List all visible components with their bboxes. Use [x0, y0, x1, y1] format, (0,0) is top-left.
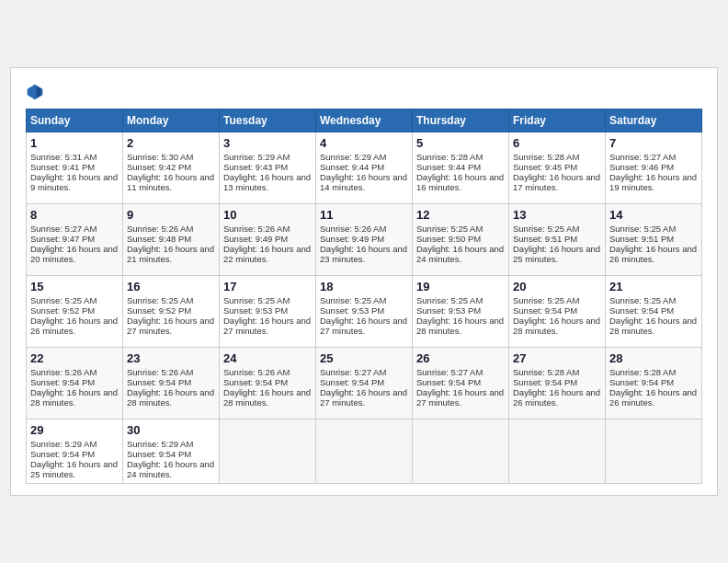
daylight-label: Daylight: 16 hours and 26 minutes.	[609, 387, 697, 408]
daylight-label: Daylight: 16 hours and 24 minutes.	[127, 459, 214, 479]
day-cell-5: 5 Sunrise: 5:28 AM Sunset: 9:44 PM Dayli…	[413, 132, 509, 204]
day-cell-18: 18 Sunrise: 5:25 AM Sunset: 9:53 PM Dayl…	[316, 276, 413, 348]
day-cell-27: 27 Sunrise: 5:28 AM Sunset: 9:54 PM Dayl…	[509, 348, 606, 419]
daylight-label: Daylight: 16 hours and 21 minutes.	[127, 244, 214, 264]
day-cell-12: 12 Sunrise: 5:25 AM Sunset: 9:50 PM Dayl…	[413, 204, 509, 276]
day-number: 24	[223, 351, 312, 365]
calendar-table: Sunday Monday Tuesday Wednesday Thursday…	[26, 109, 702, 484]
sunrise-label: Sunrise: 5:27 AM	[30, 224, 97, 234]
sunset-label: Sunset: 9:51 PM	[513, 234, 577, 244]
day-number: 7	[609, 136, 698, 150]
day-number: 19	[416, 280, 505, 293]
day-number: 6	[513, 136, 601, 150]
sunset-label: Sunset: 9:54 PM	[30, 449, 95, 459]
sunrise-label: Sunrise: 5:25 AM	[513, 295, 579, 305]
sunset-label: Sunset: 9:54 PM	[513, 305, 577, 316]
sunrise-label: Sunrise: 5:25 AM	[320, 295, 386, 305]
daylight-label: Daylight: 16 hours and 13 minutes.	[223, 172, 311, 192]
col-friday: Friday	[509, 109, 606, 132]
daylight-label: Daylight: 16 hours and 22 minutes.	[223, 244, 311, 264]
daylight-label: Daylight: 16 hours and 28 minutes.	[127, 387, 214, 408]
col-monday: Monday	[123, 109, 220, 132]
day-cell-30: 30 Sunrise: 5:29 AM Sunset: 9:54 PM Dayl…	[123, 419, 220, 484]
sunset-label: Sunset: 9:53 PM	[320, 305, 384, 316]
sunset-label: Sunset: 9:54 PM	[223, 377, 288, 387]
sunset-label: Sunset: 9:43 PM	[223, 162, 288, 172]
sunset-label: Sunset: 9:41 PM	[30, 162, 95, 172]
sunset-label: Sunset: 9:46 PM	[609, 162, 674, 172]
day-number: 5	[416, 136, 505, 150]
daylight-label: Daylight: 16 hours and 24 minutes.	[416, 244, 504, 264]
sunrise-label: Sunrise: 5:29 AM	[223, 152, 290, 162]
sunrise-label: Sunrise: 5:27 AM	[416, 367, 483, 377]
day-number: 20	[513, 280, 601, 293]
day-cell-14: 14 Sunrise: 5:25 AM Sunset: 9:51 PM Dayl…	[606, 204, 702, 276]
daylight-label: Daylight: 16 hours and 11 minutes.	[127, 172, 214, 192]
day-number: 2	[127, 136, 215, 150]
day-cell-8: 8 Sunrise: 5:27 AM Sunset: 9:47 PM Dayli…	[27, 204, 123, 276]
sunset-label: Sunset: 9:52 PM	[30, 305, 95, 316]
day-cell-26: 26 Sunrise: 5:27 AM Sunset: 9:54 PM Dayl…	[413, 348, 509, 419]
sunset-label: Sunset: 9:42 PM	[127, 162, 191, 172]
daylight-label: Daylight: 16 hours and 17 minutes.	[513, 172, 600, 192]
day-cell-25: 25 Sunrise: 5:27 AM Sunset: 9:54 PM Dayl…	[316, 348, 413, 419]
day-number: 13	[513, 208, 601, 222]
daylight-label: Daylight: 16 hours and 27 minutes.	[416, 387, 504, 408]
sunrise-label: Sunrise: 5:25 AM	[416, 224, 483, 234]
day-number: 1	[30, 136, 119, 150]
sunset-label: Sunset: 9:54 PM	[127, 377, 191, 387]
daylight-label: Daylight: 16 hours and 28 minutes.	[416, 316, 504, 336]
empty-cell	[220, 419, 316, 484]
empty-cell	[316, 419, 413, 484]
day-number: 11	[320, 208, 408, 222]
day-number: 30	[127, 423, 215, 437]
sunset-label: Sunset: 9:49 PM	[320, 234, 384, 244]
day-number: 29	[30, 423, 119, 437]
sunrise-label: Sunrise: 5:29 AM	[320, 152, 386, 162]
sunrise-label: Sunrise: 5:26 AM	[127, 224, 193, 234]
week-1: 1 Sunrise: 5:31 AM Sunset: 9:41 PM Dayli…	[27, 132, 702, 204]
day-number: 26	[416, 351, 505, 365]
day-number: 21	[609, 280, 698, 293]
day-cell-22: 22 Sunrise: 5:26 AM Sunset: 9:54 PM Dayl…	[27, 348, 123, 419]
col-wednesday: Wednesday	[316, 109, 413, 132]
sunrise-label: Sunrise: 5:29 AM	[30, 439, 97, 449]
daylight-label: Daylight: 16 hours and 9 minutes.	[30, 172, 118, 192]
daylight-label: Daylight: 16 hours and 27 minutes.	[320, 316, 407, 336]
sunrise-label: Sunrise: 5:25 AM	[609, 295, 676, 305]
week-3: 15 Sunrise: 5:25 AM Sunset: 9:52 PM Dayl…	[27, 276, 702, 348]
sunset-label: Sunset: 9:54 PM	[127, 449, 191, 459]
header-row-days: Sunday Monday Tuesday Wednesday Thursday…	[27, 109, 702, 132]
sunset-label: Sunset: 9:54 PM	[416, 377, 481, 387]
daylight-label: Daylight: 16 hours and 23 minutes.	[320, 244, 407, 264]
sunrise-label: Sunrise: 5:28 AM	[609, 367, 676, 377]
day-cell-11: 11 Sunrise: 5:26 AM Sunset: 9:49 PM Dayl…	[316, 204, 413, 276]
day-cell-10: 10 Sunrise: 5:26 AM Sunset: 9:49 PM Dayl…	[220, 204, 316, 276]
day-number: 18	[320, 280, 408, 293]
sunrise-label: Sunrise: 5:30 AM	[127, 152, 193, 162]
daylight-label: Daylight: 16 hours and 16 minutes.	[416, 172, 504, 192]
sunrise-label: Sunrise: 5:26 AM	[320, 224, 386, 234]
week-2: 8 Sunrise: 5:27 AM Sunset: 9:47 PM Dayli…	[27, 204, 702, 276]
sunset-label: Sunset: 9:51 PM	[609, 234, 674, 244]
calendar-container: Sunday Monday Tuesday Wednesday Thursday…	[10, 67, 718, 496]
sunrise-label: Sunrise: 5:26 AM	[223, 367, 290, 377]
day-number: 28	[609, 351, 698, 365]
day-cell-7: 7 Sunrise: 5:27 AM Sunset: 9:46 PM Dayli…	[606, 132, 702, 204]
week-4: 22 Sunrise: 5:26 AM Sunset: 9:54 PM Dayl…	[27, 348, 702, 419]
sunrise-label: Sunrise: 5:25 AM	[127, 295, 193, 305]
sunset-label: Sunset: 9:53 PM	[223, 305, 288, 316]
daylight-label: Daylight: 16 hours and 27 minutes.	[127, 316, 214, 336]
day-cell-28: 28 Sunrise: 5:28 AM Sunset: 9:54 PM Dayl…	[606, 348, 702, 419]
day-cell-21: 21 Sunrise: 5:25 AM Sunset: 9:54 PM Dayl…	[606, 276, 702, 348]
sunrise-label: Sunrise: 5:26 AM	[127, 367, 193, 377]
day-number: 8	[30, 208, 119, 222]
daylight-label: Daylight: 16 hours and 25 minutes.	[513, 244, 600, 264]
sunset-label: Sunset: 9:54 PM	[609, 377, 674, 387]
daylight-label: Daylight: 16 hours and 28 minutes.	[609, 316, 697, 336]
sunrise-label: Sunrise: 5:28 AM	[416, 152, 483, 162]
day-cell-20: 20 Sunrise: 5:25 AM Sunset: 9:54 PM Dayl…	[509, 276, 606, 348]
header-row	[26, 83, 702, 101]
sunrise-label: Sunrise: 5:28 AM	[513, 152, 579, 162]
sunset-label: Sunset: 9:53 PM	[416, 305, 481, 316]
